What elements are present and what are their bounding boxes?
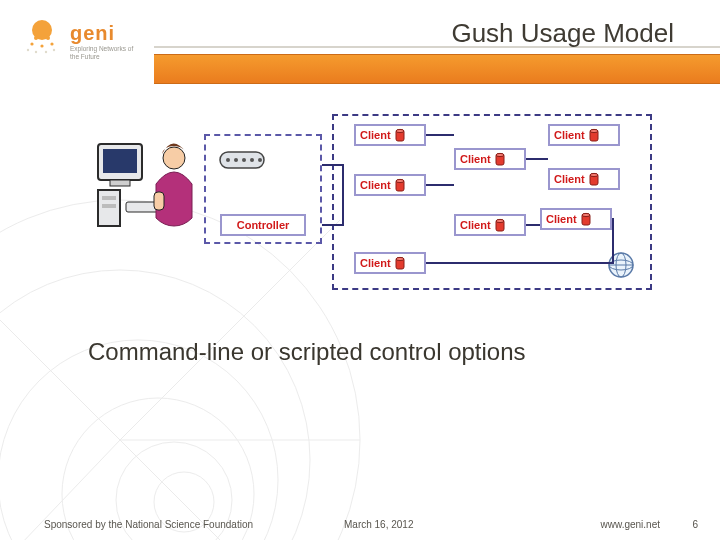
svg-rect-19	[102, 196, 116, 200]
footer-sponsor: Sponsored by the National Science Founda…	[44, 519, 253, 530]
title-band	[154, 54, 720, 84]
disk-icon	[495, 152, 505, 166]
svg-rect-23	[154, 192, 164, 210]
client-node: Client	[540, 208, 612, 230]
client-label: Client	[554, 129, 585, 141]
connector	[426, 262, 546, 264]
svg-point-9	[40, 44, 43, 47]
svg-point-6	[34, 36, 38, 40]
logo-mark-icon	[18, 16, 64, 66]
svg-point-41	[590, 129, 598, 132]
svg-rect-16	[103, 149, 137, 173]
connector	[612, 218, 614, 262]
svg-point-10	[50, 42, 53, 45]
svg-point-33	[396, 179, 404, 182]
disk-icon	[395, 128, 405, 142]
svg-point-14	[53, 49, 55, 51]
client-label: Client	[360, 257, 391, 269]
svg-point-7	[46, 36, 50, 40]
svg-rect-17	[110, 180, 130, 186]
disk-icon	[589, 128, 599, 142]
controller-node: Controller	[220, 214, 306, 236]
connector	[322, 224, 344, 226]
footer-date: March 16, 2012	[344, 519, 414, 530]
svg-rect-20	[102, 204, 116, 208]
user-workstation-icon	[96, 140, 208, 236]
svg-point-31	[396, 129, 404, 132]
svg-point-43	[590, 173, 598, 176]
client-node: Client	[548, 168, 620, 190]
svg-point-12	[35, 51, 37, 53]
subtitle: Command-line or scripted control options	[88, 338, 526, 366]
disk-icon	[581, 212, 591, 226]
client-node: Client	[354, 252, 426, 274]
connector	[426, 134, 454, 136]
connector	[426, 184, 454, 186]
disk-icon	[495, 218, 505, 232]
client-label: Client	[460, 153, 491, 165]
footer-url: www.geni.net	[601, 519, 660, 530]
svg-point-35	[396, 257, 404, 260]
slide-title: Gush Usage Model	[451, 18, 674, 49]
client-node: Client	[548, 124, 620, 146]
connector	[342, 164, 344, 226]
svg-point-37	[496, 153, 504, 156]
connector	[526, 158, 548, 160]
svg-point-39	[496, 219, 504, 222]
footer-page: 6	[692, 519, 698, 530]
svg-point-13	[45, 51, 47, 53]
disk-icon	[395, 256, 405, 270]
footer: Sponsored by the National Science Founda…	[0, 510, 720, 530]
connector	[322, 164, 344, 166]
connector	[546, 262, 614, 264]
svg-point-22	[163, 147, 185, 169]
client-label: Client	[546, 213, 577, 225]
disk-icon	[589, 172, 599, 186]
client-label: Client	[360, 179, 391, 191]
client-node: Client	[354, 124, 426, 146]
client-label: Client	[554, 173, 585, 185]
logo: geni Exploring Networks of the Future	[18, 6, 148, 76]
client-node: Client	[454, 214, 526, 236]
client-node: Client	[354, 174, 426, 196]
connector	[526, 224, 540, 226]
svg-point-45	[582, 213, 590, 216]
logo-tagline: Exploring Networks of the Future	[70, 45, 142, 59]
controller-label: Controller	[237, 219, 290, 231]
architecture-diagram: Controller Client Client Client Client C…	[96, 112, 656, 292]
client-label: Client	[360, 129, 391, 141]
logo-word: geni	[70, 22, 142, 45]
disk-icon	[395, 178, 405, 192]
svg-point-11	[27, 49, 29, 51]
client-label: Client	[460, 219, 491, 231]
client-node: Client	[454, 148, 526, 170]
globe-icon	[606, 250, 636, 280]
svg-point-8	[30, 42, 33, 45]
